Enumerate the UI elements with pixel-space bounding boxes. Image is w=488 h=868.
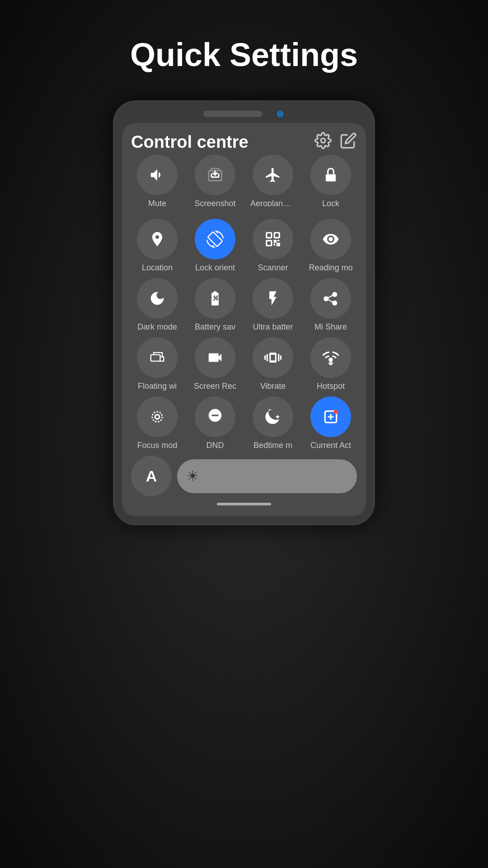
phone-notch-area — [122, 109, 366, 118]
brightness-icon: ☀ — [186, 467, 199, 485]
list-item[interactable]: Battery sav — [189, 278, 241, 332]
mute-label: Mute — [148, 199, 166, 207]
list-item[interactable]: Lock — [305, 155, 357, 207]
bottom-row: A ☀ — [131, 456, 357, 496]
list-item[interactable]: Reading mo — [305, 219, 357, 273]
list-item[interactable]: Current Act — [305, 396, 357, 450]
list-item[interactable]: Mi Share — [305, 278, 357, 332]
ultra-batter-label: Ultra batter — [253, 322, 293, 332]
list-item[interactable]: Screen Rec — [189, 337, 241, 391]
list-item[interactable]: Dark mode — [131, 278, 183, 332]
focus-mod-icon-circle — [137, 396, 178, 437]
reading-mode-icon-circle — [310, 219, 351, 259]
dark-mode-icon-circle — [137, 278, 178, 319]
svg-rect-2 — [267, 233, 272, 238]
grid-row-3: Floating wi Screen Rec Vibrate — [131, 337, 357, 391]
list-item[interactable]: Vibrate — [247, 337, 299, 391]
screenshot-icon-circle — [195, 155, 235, 195]
home-indicator — [217, 503, 271, 505]
mute-icon-circle — [137, 155, 178, 195]
svg-point-7 — [155, 415, 160, 419]
battery-sav-icon-circle — [195, 278, 235, 319]
list-item[interactable]: Focus mod — [131, 396, 183, 450]
svg-point-10 — [333, 410, 338, 414]
brightness-slider[interactable]: ☀ — [177, 459, 357, 493]
list-item[interactable]: Location — [131, 219, 183, 273]
floating-wi-icon-circle — [137, 337, 178, 378]
location-icon-circle — [137, 219, 178, 259]
screen-rec-icon-circle — [195, 337, 235, 378]
lock-orient-label: Lock orient — [195, 263, 235, 273]
svg-point-8 — [152, 412, 162, 422]
hotspot-icon-circle — [310, 337, 351, 378]
vibrate-label: Vibrate — [260, 382, 286, 391]
font-size-circle[interactable]: A — [131, 456, 172, 496]
grid-row-0: Mute Screenshot Aeroplane m Lock — [131, 155, 357, 207]
bedtime-m-label: Bedtime m — [253, 441, 292, 450]
control-centre-header: Control centre — [131, 132, 357, 152]
list-item[interactable]: Floating wi — [131, 337, 183, 391]
control-centre-title: Control centre — [131, 132, 249, 152]
location-label: Location — [142, 263, 173, 273]
phone-speaker — [203, 111, 262, 117]
svg-rect-5 — [151, 355, 160, 361]
list-item[interactable]: Hotspot — [305, 337, 357, 391]
grid-row-2: Dark mode Battery sav Ultra batter Mi Sh… — [131, 278, 357, 332]
list-item[interactable]: Scanner — [247, 219, 299, 273]
svg-point-0 — [321, 138, 325, 143]
current-act-label: Current Act — [310, 441, 351, 450]
phone-screen: Control centre — [122, 123, 366, 516]
list-item[interactable]: Bedtime m — [247, 396, 299, 450]
phone-frame: Control centre — [113, 100, 375, 525]
aeroplane-label: Aeroplane m — [250, 199, 296, 207]
edit-icon[interactable] — [340, 132, 357, 152]
list-item[interactable]: Mute — [131, 155, 183, 207]
phone-camera — [276, 109, 285, 118]
reading-mode-label: Reading mo — [309, 263, 352, 273]
hotspot-label: Hotspot — [317, 382, 345, 391]
bedtime-m-icon-circle — [253, 396, 293, 437]
scanner-label: Scanner — [258, 263, 288, 273]
list-item[interactable]: Screenshot — [189, 155, 241, 207]
header-icons — [314, 132, 357, 152]
svg-rect-1 — [326, 174, 336, 181]
lock-label: Lock — [322, 199, 339, 207]
vibrate-icon-circle — [253, 337, 293, 378]
ultra-batter-icon-circle — [253, 278, 293, 319]
grid-row-4: Focus mod DND Bedtime m — [131, 396, 357, 450]
font-label: A — [146, 467, 157, 485]
list-item[interactable]: Lock orient — [189, 219, 241, 273]
aeroplane-icon-circle — [253, 155, 293, 195]
page-title: Quick Settings — [130, 36, 358, 73]
list-item[interactable]: Aeroplane m — [247, 155, 299, 207]
scanner-icon-circle — [253, 219, 293, 259]
mi-share-label: Mi Share — [314, 322, 347, 332]
dnd-icon-circle — [195, 396, 235, 437]
list-item[interactable]: DND — [189, 396, 241, 450]
mi-share-icon-circle — [310, 278, 351, 319]
svg-rect-3 — [274, 233, 279, 238]
focus-mod-label: Focus mod — [137, 441, 177, 450]
screenshot-label: Screenshot — [194, 199, 235, 207]
battery-sav-label: Battery sav — [195, 322, 235, 332]
settings-icon[interactable] — [314, 132, 332, 152]
grid-row-1: Location Lock orient Scanner — [131, 219, 357, 273]
list-item[interactable]: Ultra batter — [247, 278, 299, 332]
dnd-label: DND — [206, 441, 224, 450]
dark-mode-label: Dark mode — [137, 322, 177, 332]
floating-wi-label: Floating wi — [138, 382, 177, 391]
screen-rec-label: Screen Rec — [194, 382, 236, 391]
svg-rect-4 — [267, 241, 272, 245]
lock-orient-icon-circle — [195, 219, 235, 259]
current-act-icon-circle — [310, 396, 351, 437]
lock-icon-circle — [310, 155, 351, 195]
